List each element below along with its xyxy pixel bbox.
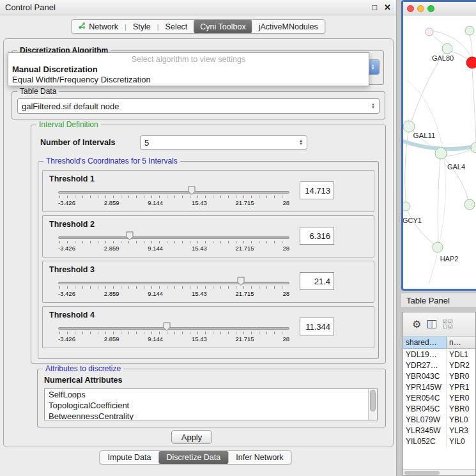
tab-label: Style	[133, 22, 151, 31]
network-canvas[interactable]: GAL80 GAL11 GAL4 GCY1 HAP2	[403, 16, 476, 291]
slider-scale: -3.4262.8599.14415.4321.71528	[58, 335, 289, 342]
tab-discretize-data[interactable]: Discretize Data	[159, 451, 229, 464]
slider-track[interactable]	[58, 327, 289, 330]
threshold-2-value-field[interactable]: 6.316	[300, 227, 334, 245]
slider-thumb[interactable]	[187, 186, 196, 196]
cell-name[interactable]: YER0	[447, 392, 475, 403]
list-item[interactable]: SelfLoops	[45, 389, 377, 400]
tab-network[interactable]: Network	[72, 20, 125, 33]
cell-name[interactable]: YIL0	[447, 436, 475, 447]
table-row[interactable]: YPR145W YPR1	[403, 381, 475, 392]
network-view-window[interactable]: GAL80 GAL11 GAL4 GCY1 HAP2	[401, 0, 476, 291]
scale-label: 9.144	[148, 245, 163, 252]
number-of-intervals-combobox[interactable]: 5 ▲ ▼	[140, 135, 307, 150]
cell-name[interactable]: YDL1	[447, 349, 475, 360]
slider-track[interactable]	[58, 236, 289, 239]
node-gcy1[interactable]	[403, 202, 410, 211]
threshold-3-value-field[interactable]: 21.4	[300, 272, 334, 290]
list-item[interactable]: BetweennessCentrality	[45, 411, 377, 420]
traffic-light-close-icon[interactable]	[407, 5, 414, 12]
cell-shared-name[interactable]: YBR043C	[403, 371, 447, 381]
threshold-1-slider[interactable]: -3.4262.8599.14415.4321.71528	[58, 186, 289, 209]
cell-shared-name[interactable]: YDR27…	[403, 360, 447, 371]
column-header-shared-name[interactable]: shared…	[403, 337, 447, 349]
tab-cyni-toolbox[interactable]: Cyni Toolbox	[194, 20, 252, 33]
cell-shared-name[interactable]: YIL052C	[403, 436, 447, 447]
scrollbar-thumb[interactable]	[404, 471, 440, 475]
threshold-2-slider[interactable]: -3.4262.8599.14415.4321.71528	[58, 231, 289, 254]
node[interactable]	[426, 28, 433, 36]
tab-jactivemnodules[interactable]: jActiveMNodules	[252, 20, 325, 33]
bottom-tab-bar: Impute Data Discretize Data Infer Networ…	[99, 450, 291, 464]
threshold-label: Threshold 4	[49, 311, 95, 319]
dropdown-option-equal-width-frequency[interactable]: Equal Width/Frequency Discretization	[8, 75, 369, 85]
node[interactable]	[465, 26, 474, 35]
table-row[interactable]: YLR345W YLR3	[403, 425, 475, 436]
node[interactable]	[471, 142, 476, 153]
checkbox-grid-icon[interactable]: ☑ ☑ ☐ ☑	[443, 319, 452, 330]
cell-shared-name[interactable]: YER054C	[403, 392, 447, 403]
attributes-group: Attributes to discretize Numerical Attri…	[37, 369, 386, 427]
node[interactable]	[464, 199, 475, 210]
table-row[interactable]: YBR043C YBR0	[403, 371, 475, 381]
slider-thumb[interactable]	[126, 231, 134, 241]
node-gal80[interactable]	[442, 43, 452, 54]
node-gal11[interactable]	[403, 121, 415, 132]
scale-label: 28	[282, 290, 289, 297]
threshold-3-slider[interactable]: -3.4262.8599.14415.4321.71528	[58, 277, 289, 300]
scale-label: 28	[282, 335, 289, 342]
attributes-listbox[interactable]: SelfLoopsTopologicalCoefficientBetweenne…	[44, 388, 378, 420]
cell-name[interactable]: YLR3	[447, 425, 475, 436]
scale-label: -3.426	[58, 290, 75, 297]
cell-name[interactable]: YDR2	[447, 360, 475, 371]
cell-name[interactable]: YBL0	[447, 414, 475, 425]
tab-style[interactable]: Style	[127, 20, 157, 33]
cell-name[interactable]: YBR0	[447, 403, 475, 414]
traffic-light-minimize-icon[interactable]	[417, 5, 424, 12]
table-row[interactable]: YIL052C YIL0	[403, 436, 475, 447]
horizontal-scrollbar[interactable]	[403, 469, 475, 475]
table-row[interactable]: YER054C YER0	[403, 392, 475, 403]
cell-shared-name[interactable]: YBL079W	[403, 414, 447, 425]
float-window-icon[interactable]: □	[372, 3, 377, 12]
table-data-combobox[interactable]: galFiltered.sif default node ▲ ▼	[17, 98, 380, 114]
cell-shared-name[interactable]: YBR045C	[403, 403, 447, 414]
vertical-scrollbar[interactable]	[368, 389, 377, 420]
tab-infer-network[interactable]: Infer Network	[228, 451, 291, 464]
columns-icon[interactable]	[427, 320, 436, 328]
table-row[interactable]: YBR045C YBR0	[403, 403, 475, 414]
threshold-4-value-field[interactable]: 11.344	[300, 318, 334, 335]
close-icon[interactable]: ✕	[384, 3, 391, 12]
cell-shared-name[interactable]: YDL19…	[403, 349, 447, 360]
tab-impute-data[interactable]: Impute Data	[100, 451, 158, 464]
gear-icon[interactable]: ⚙	[412, 319, 421, 330]
tab-label: Cyni Toolbox	[200, 22, 245, 31]
slider-track[interactable]	[58, 191, 289, 194]
cell-name[interactable]: YPR1	[447, 381, 475, 392]
cell-shared-name[interactable]: YLR345W	[403, 425, 447, 436]
node-selected-red[interactable]	[466, 57, 476, 68]
slider-ticks	[59, 196, 288, 198]
list-item[interactable]: TopologicalCoefficient	[45, 400, 377, 411]
table-row[interactable]: YDR27… YDR2	[403, 360, 475, 371]
slider-track[interactable]	[58, 282, 289, 284]
table-row[interactable]: YDL19… YDL1	[403, 349, 475, 360]
cyni-toolbox-panel: Discretization Algorithm ▲ ▼ Select algo…	[3, 38, 394, 447]
scale-label: -3.426	[58, 335, 75, 342]
table-row[interactable]: YBL079W YBL0	[403, 414, 475, 425]
threshold-4-slider[interactable]: -3.4262.8599.14415.4321.71528	[58, 322, 289, 345]
tab-select[interactable]: Select	[159, 20, 194, 33]
threshold-1-value-field[interactable]: 14.713	[300, 181, 334, 199]
column-header-name[interactable]: n…	[447, 337, 475, 349]
apply-button[interactable]: Apply	[171, 430, 212, 444]
cell-shared-name[interactable]: YPR145W	[403, 381, 447, 392]
cell-name[interactable]: YBR0	[447, 371, 475, 381]
node-hap2[interactable]	[433, 242, 443, 252]
slider-thumb[interactable]	[236, 277, 245, 286]
node-gal4[interactable]	[435, 148, 447, 159]
scale-label: 21.715	[236, 199, 254, 206]
dropdown-option-manual-discretization[interactable]: Manual Discretization	[8, 65, 369, 75]
traffic-light-zoom-icon[interactable]	[427, 5, 434, 12]
scrollbar-thumb[interactable]	[370, 390, 376, 411]
slider-thumb[interactable]	[163, 322, 171, 332]
